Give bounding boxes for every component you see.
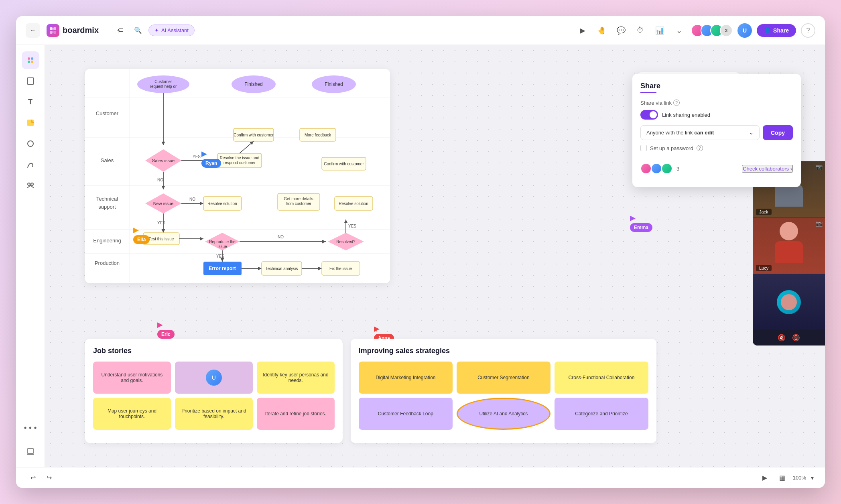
- svg-text:issue: issue: [217, 244, 227, 249]
- svg-rect-3: [53, 31, 56, 34]
- share-link-label: Share via link ?: [640, 100, 793, 106]
- grid-button[interactable]: ▦: [775, 471, 790, 485]
- redo-button[interactable]: ↪: [42, 471, 56, 485]
- dropdown-icon: ⌄: [749, 130, 754, 136]
- toolbar-bottom[interactable]: [22, 443, 39, 461]
- tag-button[interactable]: 🏷: [113, 23, 128, 38]
- svg-text:NO: NO: [157, 178, 163, 182]
- video-tile-lucy: Lucy 📷: [753, 217, 825, 274]
- job-stories-card: Job stories Understand user motivations …: [85, 339, 343, 443]
- job-note-3: Identify key user personas and needs.: [257, 362, 335, 394]
- svg-point-6: [28, 61, 30, 63]
- svg-text:request help or: request help or: [150, 84, 177, 89]
- sales-note-1: Digital Marketing Integration: [359, 362, 453, 394]
- svg-text:Error report: Error report: [209, 266, 236, 271]
- link-select-text: Anyone with the link can edit: [646, 130, 714, 136]
- job-note-5: Prioritize based on impact and feasibili…: [175, 398, 253, 430]
- toolbar-colorize[interactable]: [22, 51, 39, 69]
- mic-off-icon[interactable]: 🔇: [778, 334, 786, 341]
- header-left: ← boardmix 🏷 🔍 ✦ AI Assistant: [26, 23, 195, 38]
- collaborator-count: 3: [720, 24, 733, 37]
- help-button[interactable]: ?: [801, 23, 815, 38]
- emma-arrow-icon: ▶: [630, 213, 636, 222]
- zoom-level: 100%: [793, 475, 806, 481]
- svg-text:Resolve the issue and: Resolve the issue and: [220, 156, 259, 160]
- svg-text:YES: YES: [157, 221, 165, 225]
- ai-icon: ✦: [154, 27, 159, 33]
- back-button[interactable]: ←: [26, 23, 40, 38]
- info-icon[interactable]: ?: [673, 100, 680, 106]
- more-button[interactable]: ⌄: [672, 23, 686, 38]
- main-content: T: [16, 45, 825, 467]
- copy-button[interactable]: Copy: [763, 125, 793, 140]
- share-icon: 👤: [764, 27, 771, 34]
- sales-note-2: Customer Segmentation: [457, 362, 551, 394]
- job-note-4: Map user journeys and touchpoints.: [93, 398, 171, 430]
- job-note-6: Iterate and refine job stories.: [257, 398, 335, 430]
- lucy-cam-icon: 📷: [816, 220, 823, 227]
- cam-off-icon[interactable]: 📵: [792, 334, 800, 341]
- toolbar-draw[interactable]: [22, 156, 39, 173]
- svg-rect-8: [27, 78, 34, 84]
- toolbar-more[interactable]: • • •: [22, 419, 39, 437]
- svg-text:Finished: Finished: [244, 81, 262, 87]
- toolbar-shapes[interactable]: [22, 135, 39, 152]
- collab-count: 3: [676, 166, 679, 172]
- link-sharing-toggle[interactable]: [640, 110, 658, 120]
- svg-text:Production: Production: [95, 260, 120, 266]
- jack-name-tag: Jack: [756, 209, 772, 215]
- link-permission-select[interactable]: Anyone with the link can edit ⌄: [640, 125, 760, 140]
- collaborator-avatars: 3: [691, 24, 733, 37]
- search-button[interactable]: 🔍: [131, 23, 145, 38]
- canvas-area[interactable]: Customer Sales Technical support Enginee…: [45, 45, 825, 467]
- share-button[interactable]: 👤 Share: [757, 24, 796, 37]
- svg-rect-0: [50, 27, 53, 30]
- svg-rect-15: [27, 449, 34, 453]
- sales-note-3: Cross-Functional Collaboration: [555, 362, 648, 394]
- toolbar-select[interactable]: [22, 72, 39, 90]
- eric-arrow-icon: ▶: [157, 320, 163, 329]
- flowchart-container: Customer Sales Technical support Enginee…: [85, 69, 390, 283]
- collab-avatars-group: 3: [640, 163, 679, 174]
- svg-text:Technical analysis: Technical analysis: [266, 266, 298, 271]
- gesture-button[interactable]: 🤚: [595, 23, 609, 38]
- collaborators-row: 3 Check collaborators ›: [640, 158, 793, 179]
- zoom-dropdown-button[interactable]: ▾: [809, 474, 815, 482]
- lucy-head: [780, 222, 798, 240]
- emma-label: Emma: [630, 223, 652, 232]
- chart-button[interactable]: 📊: [652, 23, 667, 38]
- user-avatar[interactable]: U: [737, 23, 752, 38]
- chat-button[interactable]: 💬: [614, 23, 628, 38]
- password-row: Set up a password ?: [640, 145, 793, 151]
- share-panel: Share Share via link ? Link sharing enab…: [632, 74, 801, 187]
- svg-text:Resolved?: Resolved?: [336, 240, 355, 244]
- play-mode-button[interactable]: ▶: [758, 471, 772, 485]
- check-collaborators-button[interactable]: Check collaborators ›: [742, 165, 793, 173]
- timer-button[interactable]: ⏱: [633, 23, 648, 38]
- bottom-toolbar: ↩ ↪ ▶ ▦ 100% ▾: [16, 467, 825, 488]
- play-icon-button[interactable]: ▶: [575, 23, 590, 38]
- collab-avatar-3: [661, 163, 672, 174]
- unknown-head: [781, 294, 797, 310]
- undo-button[interactable]: ↩: [26, 471, 40, 485]
- svg-text:Confirm with customer: Confirm with customer: [324, 162, 364, 166]
- toolbar-scissors[interactable]: [22, 177, 39, 194]
- improving-sales-card: Improving sales strategies Digital Marke…: [351, 339, 656, 443]
- bottom-left-tools: ↩ ↪: [26, 471, 56, 485]
- svg-text:Sales: Sales: [101, 157, 114, 163]
- ai-assistant-button[interactable]: ✦ AI Assistant: [148, 24, 195, 36]
- password-checkbox[interactable]: [640, 145, 647, 151]
- password-info-icon[interactable]: ?: [697, 145, 703, 151]
- svg-text:Reproduce the: Reproduce the: [209, 240, 236, 244]
- video-panel: Jack 📷 Lucy 📷: [753, 161, 825, 345]
- toolbar-sticky[interactable]: [22, 114, 39, 132]
- lucy-name-tag: Lucy: [756, 265, 772, 271]
- link-row: Anyone with the link can edit ⌄ Copy: [640, 125, 793, 140]
- collab-avatar-2: [651, 163, 662, 174]
- svg-text:NO: NO: [189, 197, 195, 201]
- share-panel-title: Share: [640, 82, 793, 90]
- anna-arrow-icon: ▶: [374, 324, 380, 333]
- toolbar-text[interactable]: T: [22, 93, 39, 111]
- svg-rect-1: [53, 27, 56, 30]
- job-note-1: Understand user motivations and goals.: [93, 362, 171, 394]
